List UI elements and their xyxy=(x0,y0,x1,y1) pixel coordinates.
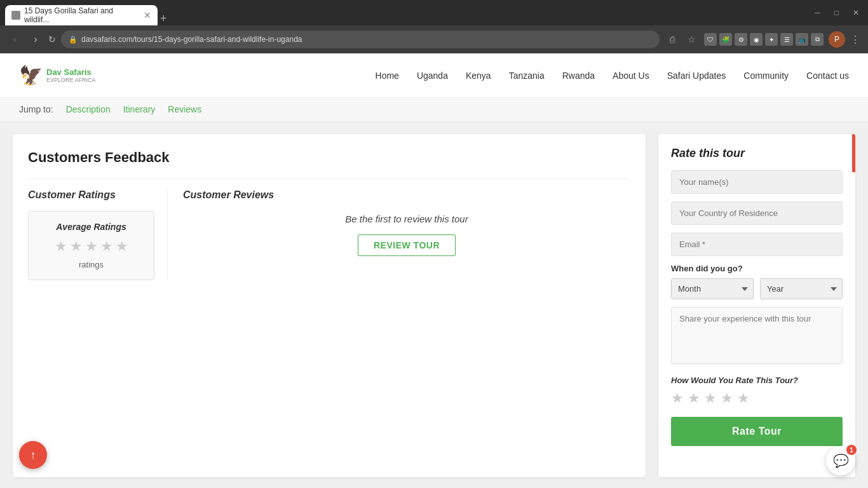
avg-star-1: ★ xyxy=(55,238,67,255)
rate-tour-button[interactable]: Rate Tour xyxy=(671,417,843,446)
avg-star-2: ★ xyxy=(70,238,83,255)
logo-tagline: EXPLORE AFRICA xyxy=(46,77,96,83)
address-bar-row: ‹ › ↻ 🔒 davsafaris.com/tours/15-days-gor… xyxy=(0,25,868,53)
active-tab[interactable]: 15 Days Gorilla Safari and wildlif... ✕ xyxy=(5,5,158,25)
website: 🦅 Dav Safaris EXPLORE AFRICA Home Uganda… xyxy=(0,53,868,488)
email-input[interactable] xyxy=(671,233,843,256)
main-content: Customers Feedback Customer Ratings Aver… xyxy=(0,121,868,488)
chat-icon: 💬 xyxy=(833,453,849,468)
jump-bar: Jump to: Description Itinerary Reviews xyxy=(0,98,868,121)
ratings-column: Customer Ratings Average Ratings ★ ★ ★ ★… xyxy=(28,189,168,280)
forward-btn[interactable]: › xyxy=(28,34,43,45)
rate-label: How Would You Rate This Tour? xyxy=(671,376,843,385)
nav-home[interactable]: Home xyxy=(376,71,399,81)
left-panel: Customers Feedback Customer Ratings Aver… xyxy=(13,134,646,477)
chat-widget[interactable]: 1 💬 xyxy=(826,446,855,475)
refresh-btn[interactable]: ↻ xyxy=(48,34,56,44)
browser-tabs: 15 Days Gorilla Safari and wildlif... ✕ … xyxy=(5,0,167,25)
ext-extra3-icon[interactable]: ⧉ xyxy=(811,33,824,46)
rating-star-2[interactable]: ★ xyxy=(688,390,700,407)
jump-itinerary[interactable]: Itinerary xyxy=(123,104,156,114)
nav-safari-updates[interactable]: Safari Updates xyxy=(667,71,726,81)
browser-chrome: 15 Days Gorilla Safari and wildlif... ✕ … xyxy=(0,0,868,25)
avg-ratings-label: Average Ratings xyxy=(39,222,144,232)
avg-stars-row: ★ ★ ★ ★ ★ xyxy=(39,238,144,255)
logo-name: Dav Safaris xyxy=(46,67,96,77)
nav-about-us[interactable]: About Us xyxy=(613,71,649,81)
jump-description[interactable]: Description xyxy=(66,104,111,114)
nav-links: Home Uganda Kenya Tanzania Rwanda About … xyxy=(376,71,849,81)
scroll-to-top-button[interactable]: ↑ xyxy=(19,441,47,469)
rating-star-1[interactable]: ★ xyxy=(671,390,684,407)
nav-kenya[interactable]: Kenya xyxy=(466,71,491,81)
maximize-btn[interactable]: □ xyxy=(831,7,843,18)
ext-circle-icon[interactable]: ◉ xyxy=(750,33,763,46)
nav-community[interactable]: Community xyxy=(743,71,789,81)
bookmark-btn[interactable]: ☆ xyxy=(684,34,699,44)
first-review-text: Be the first to review this tour xyxy=(183,214,630,224)
month-select[interactable]: Month January February March April May J… xyxy=(671,278,754,299)
address-bar-actions: ⎙ ☆ xyxy=(665,34,699,44)
experience-textarea[interactable] xyxy=(671,307,843,364)
logo[interactable]: 🦅 Dav Safaris EXPLORE AFRICA xyxy=(19,64,96,86)
tab-favicon xyxy=(11,11,20,20)
address-bar[interactable]: 🔒 davsafaris.com/tours/15-days-gorilla-s… xyxy=(61,30,660,48)
ext-puzzle-icon[interactable]: 🧩 xyxy=(719,33,732,46)
logo-bird-icon: 🦅 xyxy=(19,64,43,86)
jump-reviews[interactable]: Reviews xyxy=(168,104,201,114)
when-label: When did you go? xyxy=(671,264,843,273)
tab-title: 15 Days Gorilla Safari and wildlif... xyxy=(24,6,140,24)
avg-star-4: ★ xyxy=(100,238,113,255)
rate-form-panel: Rate this tour When did you go? Month Ja… xyxy=(658,134,855,477)
nav-rwanda[interactable]: Rwanda xyxy=(562,71,595,81)
share-btn[interactable]: ⎙ xyxy=(665,34,680,44)
window-controls: ─ □ ✕ xyxy=(811,7,863,18)
rating-stars-row: ★ ★ ★ ★ ★ xyxy=(671,390,843,407)
avg-star-5: ★ xyxy=(116,238,128,255)
year-select[interactable]: Year 2024 2023 2022 2021 2020 2019 2018 xyxy=(760,278,843,299)
ext-star-icon[interactable]: ✦ xyxy=(765,33,778,46)
feedback-section: Customer Ratings Average Ratings ★ ★ ★ ★… xyxy=(28,179,630,280)
jump-to-label: Jump to: xyxy=(19,104,53,114)
feedback-title: Customers Feedback xyxy=(28,149,630,166)
review-tour-button[interactable]: REVIEW TOUR xyxy=(358,234,456,256)
rating-star-5[interactable]: ★ xyxy=(737,390,750,407)
rate-form-title: Rate this tour xyxy=(671,147,843,160)
name-input[interactable] xyxy=(671,170,843,194)
accent-bar xyxy=(852,134,855,172)
url-text: davsafaris.com/tours/15-days-gorilla-saf… xyxy=(81,35,302,44)
reviews-col-title: Customer Reviews xyxy=(183,189,630,201)
ext-extra1-icon[interactable]: ☰ xyxy=(780,33,793,46)
nav-uganda[interactable]: Uganda xyxy=(417,71,448,81)
ratings-col-title: Customer Ratings xyxy=(28,189,154,201)
ext-extra2-icon[interactable]: 📺 xyxy=(796,33,808,46)
ext-dot-icon[interactable]: ⚙ xyxy=(735,33,747,46)
date-selects-row: Month January February March April May J… xyxy=(671,278,843,299)
avg-star-3: ★ xyxy=(85,238,98,255)
nav-contact[interactable]: Contact us xyxy=(806,71,849,81)
rating-star-4[interactable]: ★ xyxy=(721,390,733,407)
ext-shield-icon[interactable]: 🛡 xyxy=(704,33,717,46)
minimize-btn[interactable]: ─ xyxy=(811,7,824,18)
lock-icon: 🔒 xyxy=(69,36,78,44)
tab-close-btn[interactable]: ✕ xyxy=(144,10,151,20)
new-tab-button[interactable]: + xyxy=(160,12,167,25)
menu-btn[interactable]: ⋮ xyxy=(850,34,860,46)
extension-icons: 🛡 🧩 ⚙ ◉ ✦ ☰ 📺 ⧉ xyxy=(704,33,824,46)
top-nav: 🦅 Dav Safaris EXPLORE AFRICA Home Uganda… xyxy=(0,53,868,98)
ratings-count-text: ratings xyxy=(39,260,144,269)
chat-badge: 1 xyxy=(846,445,857,455)
back-btn[interactable]: ‹ xyxy=(8,34,23,45)
country-input[interactable] xyxy=(671,201,843,225)
reviews-column: Customer Reviews Be the first to review … xyxy=(168,189,630,280)
close-btn[interactable]: ✕ xyxy=(849,7,863,18)
nav-tanzania[interactable]: Tanzania xyxy=(509,71,545,81)
rating-star-3[interactable]: ★ xyxy=(704,390,717,407)
scroll-up-icon: ↑ xyxy=(31,449,36,462)
profile-icon[interactable]: P xyxy=(829,31,845,48)
avg-ratings-box: Average Ratings ★ ★ ★ ★ ★ ratings xyxy=(28,211,154,280)
